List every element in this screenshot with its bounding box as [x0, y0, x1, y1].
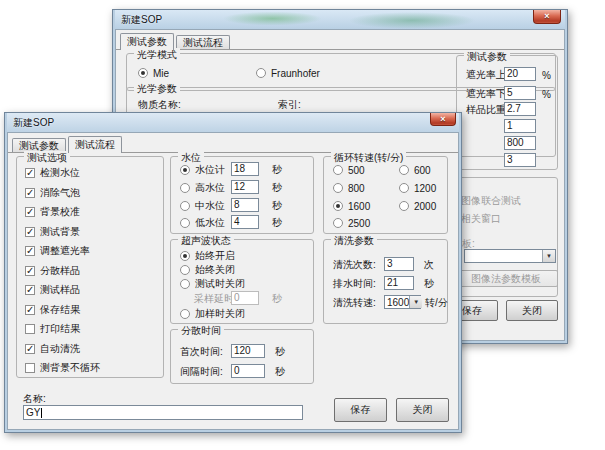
radio-mid-water[interactable]: 中水位 — [180, 200, 225, 212]
radio-ultrasonic-off-while-dosing[interactable]: 加样时关闭 — [180, 308, 245, 320]
radio-icon — [180, 265, 190, 275]
drain-time-input[interactable]: 21 — [384, 276, 414, 290]
ultrasonic-group-title: 超声波状态 — [178, 234, 234, 248]
checkbox-auto-clean[interactable]: 自动清洗 — [25, 343, 80, 355]
optical-params-group-title: 光学参数 — [134, 82, 180, 96]
wash-speed-unit: 转/分 — [425, 297, 448, 309]
front-close-action-button[interactable]: 关闭 — [396, 398, 449, 422]
radio-speed-2500[interactable]: 2500 — [333, 217, 370, 229]
sampling-delay-label: 采样延时 — [194, 293, 234, 305]
optical-mode-group-title: 光学模式 — [134, 48, 180, 62]
radio-icon — [180, 309, 190, 319]
back-tab-test-flow[interactable]: 测试流程 — [176, 35, 230, 49]
obscuration-upper-unit: % — [542, 69, 551, 81]
back-tab-test-params[interactable]: 测试参数 — [120, 33, 174, 50]
wash-count-input[interactable]: 3 — [384, 257, 414, 271]
radio-label: Mie — [153, 68, 169, 79]
checkbox-background-no-cycle[interactable]: 测背景不循环 — [25, 362, 100, 374]
test-param-input-5[interactable]: 800 — [504, 136, 536, 150]
back-title-bar[interactable]: 新建SOP × — [115, 10, 565, 29]
checkbox-icon — [25, 266, 35, 276]
wash-speed-select[interactable]: 1600 ▼ — [384, 295, 421, 309]
front-tab-test-flow[interactable]: 测试流程 — [68, 136, 122, 153]
template-params-button[interactable]: 图像法参数模板 — [454, 270, 558, 287]
cycle-speed-group-title: 循环转速(转/分) — [331, 151, 406, 165]
back-close-action-button[interactable]: 关闭 — [506, 300, 558, 321]
low-water-time-unit: 秒 — [272, 217, 282, 229]
test-options-group-title: 测试选项 — [24, 151, 70, 165]
low-water-time-input[interactable]: 4 — [231, 215, 259, 229]
checkbox-remove-bubbles[interactable]: 消除气泡 — [25, 187, 80, 199]
sample-density-label: 样品比重: — [466, 104, 509, 116]
water-gauge-time-unit: 秒 — [272, 164, 282, 176]
radio-icon — [180, 279, 190, 289]
interval-time-unit: 秒 — [275, 366, 285, 378]
checkbox-detect-water-level[interactable]: 检测水位 — [25, 167, 80, 179]
wash-speed-label: 清洗转速: — [333, 297, 376, 309]
checkbox-test-background[interactable]: 测试背景 — [25, 226, 80, 238]
mid-water-time-input[interactable]: 8 — [231, 198, 259, 212]
radio-icon — [180, 251, 190, 261]
interval-time-input[interactable]: 0 — [231, 364, 265, 378]
checkbox-icon — [25, 324, 35, 334]
water-gauge-time-input[interactable]: 18 — [231, 162, 259, 176]
radio-icon — [256, 68, 266, 78]
radio-speed-1200[interactable]: 1200 — [399, 182, 436, 194]
checkbox-icon — [25, 207, 35, 217]
chevron-down-icon: ▼ — [409, 296, 422, 308]
checkbox-background-calibration[interactable]: 背景校准 — [25, 206, 80, 218]
radio-speed-600[interactable]: 600 — [399, 164, 431, 176]
checkbox-save-results[interactable]: 保存结果 — [25, 304, 80, 316]
test-param-input-4[interactable]: 1 — [504, 119, 536, 133]
back-window-title: 新建SOP — [121, 13, 162, 27]
first-time-unit: 秒 — [275, 346, 285, 358]
close-icon: × — [544, 11, 549, 21]
checkbox-adjust-obscuration[interactable]: 调整遮光率 — [25, 245, 90, 257]
checkbox-icon — [25, 344, 35, 354]
front-title-bar[interactable]: 新建SOP × — [7, 113, 459, 132]
radio-speed-1600[interactable]: 1600 — [333, 200, 370, 212]
checkbox-test-sample[interactable]: 测试样品 — [25, 284, 80, 296]
front-close-button[interactable]: × — [430, 113, 456, 126]
obscuration-lower-input[interactable]: 5 — [504, 86, 536, 100]
checkbox-print-results[interactable]: 打印结果 — [25, 323, 80, 335]
name-label: 名称: — [23, 393, 46, 405]
radio-icon — [333, 183, 343, 193]
radio-speed-500[interactable]: 500 — [333, 164, 365, 176]
radio-icon — [399, 183, 409, 193]
radio-ultrasonic-off-while-test[interactable]: 测试时关闭 — [180, 278, 245, 290]
radio-speed-800[interactable]: 800 — [333, 182, 365, 194]
checkbox-icon — [25, 188, 35, 198]
radio-fraunhofer[interactable]: Fraunhofer — [256, 67, 320, 79]
sampling-delay-input[interactable]: 0 — [231, 291, 259, 305]
back-close-button[interactable]: × — [533, 10, 561, 24]
checkbox-icon — [25, 227, 35, 237]
radio-high-water[interactable]: 高水位 — [180, 182, 225, 194]
checkbox-disperse-sample[interactable]: 分散样品 — [25, 265, 80, 277]
radio-icon — [333, 218, 343, 228]
radio-icon — [333, 165, 343, 175]
template-select[interactable]: ▼ — [464, 249, 556, 263]
front-tab-test-params[interactable]: 测试参数 — [12, 138, 66, 152]
obscuration-upper-input[interactable]: 20 — [504, 67, 536, 81]
radio-water-gauge[interactable]: 水位计 — [180, 164, 225, 176]
radio-low-water[interactable]: 低水位 — [180, 217, 225, 229]
radio-speed-2000[interactable]: 2000 — [399, 200, 436, 212]
drain-time-label: 排水时间: — [333, 278, 376, 290]
front-save-button[interactable]: 保存 — [334, 398, 387, 422]
index-label: 索引: — [278, 99, 301, 111]
radio-ultrasonic-always-off[interactable]: 始终关闭 — [180, 264, 235, 276]
name-input[interactable]: GY — [23, 405, 303, 420]
first-time-input[interactable]: 120 — [231, 344, 265, 358]
radio-ultrasonic-always-on[interactable]: 始终开启 — [180, 250, 235, 262]
radio-icon — [399, 165, 409, 175]
high-water-time-input[interactable]: 12 — [231, 180, 259, 194]
radio-mie[interactable]: Mie — [138, 67, 169, 79]
sample-density-input[interactable]: 2.7 — [504, 102, 536, 116]
radio-icon — [180, 165, 190, 175]
wash-count-label: 清洗次数: — [333, 259, 376, 271]
test-param-input-6[interactable]: 3 — [504, 153, 536, 167]
checkbox-icon — [25, 168, 35, 178]
close-icon: × — [440, 114, 445, 124]
front-dialog-new-sop: 新建SOP × 测试参数 测试流程 测试选项 检测水位 消除气泡 背景校准 测试… — [4, 112, 462, 433]
